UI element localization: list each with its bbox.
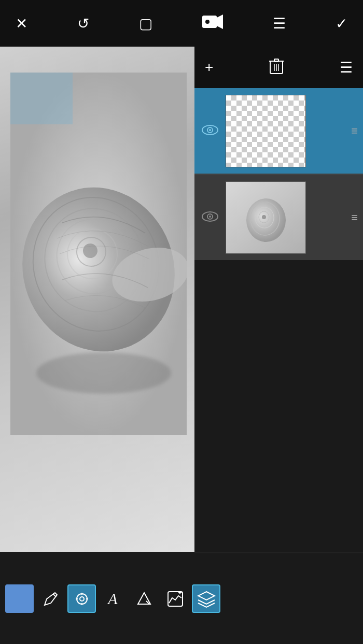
text-tool-button[interactable]: A (99, 584, 127, 613)
layer-2-drag-handle[interactable]: ≡ (351, 211, 358, 224)
current-color-swatch[interactable] (5, 584, 34, 613)
undo-button[interactable]: ↺ (77, 15, 89, 32)
top-toolbar: ✕ ↺ ▢ ☰ ✓ (0, 0, 363, 47)
svg-marker-1 (217, 15, 223, 29)
layer-1-visibility-toggle[interactable] (200, 124, 220, 138)
layer-1-thumbnail (226, 95, 306, 167)
canvas-background (0, 47, 194, 552)
svg-point-4 (36, 352, 171, 394)
confirm-button[interactable]: ✓ (336, 15, 347, 32)
svg-marker-41 (138, 593, 150, 604)
record-button[interactable] (202, 13, 223, 34)
eraser-tool-button[interactable] (67, 584, 96, 613)
close-button[interactable]: ✕ (16, 15, 27, 32)
layer-item-1[interactable]: ≡ (194, 88, 363, 174)
layers-empty-area (194, 260, 363, 552)
svg-point-25 (209, 216, 211, 218)
layer-2-thumbnail (226, 181, 306, 254)
brush-tool-button[interactable] (36, 584, 65, 613)
svg-point-35 (77, 594, 87, 604)
svg-point-2 (205, 20, 210, 24)
layers-panel: + ☰ ≡ (194, 47, 363, 552)
layer-2-visibility-toggle[interactable] (200, 210, 220, 225)
bottom-toolbar: A (0, 553, 363, 644)
svg-rect-13 (10, 73, 73, 124)
svg-point-30 (262, 215, 266, 219)
add-layer-button[interactable]: + (205, 59, 213, 76)
crop-button[interactable]: ▢ (139, 15, 152, 32)
shell-image (10, 73, 187, 435)
delete-layer-button[interactable] (269, 57, 284, 78)
layers-menu-button[interactable]: ☰ (340, 59, 353, 76)
layers-topbar: + ☰ (194, 47, 363, 88)
layer-1-drag-handle[interactable]: ≡ (351, 124, 358, 138)
hamburger-menu-button[interactable]: ☰ (273, 15, 286, 32)
svg-marker-46 (198, 592, 215, 600)
svg-point-22 (209, 129, 211, 131)
adjustment-tool-button[interactable] (161, 584, 189, 613)
svg-line-34 (53, 594, 56, 597)
canvas-area[interactable] (0, 47, 194, 552)
svg-point-36 (80, 597, 84, 601)
layers-tool-button[interactable] (192, 584, 220, 613)
shape-tool-button[interactable] (130, 584, 158, 613)
layer-item-2[interactable]: ≡ (194, 175, 363, 260)
color-swatch-button[interactable] (5, 584, 34, 613)
